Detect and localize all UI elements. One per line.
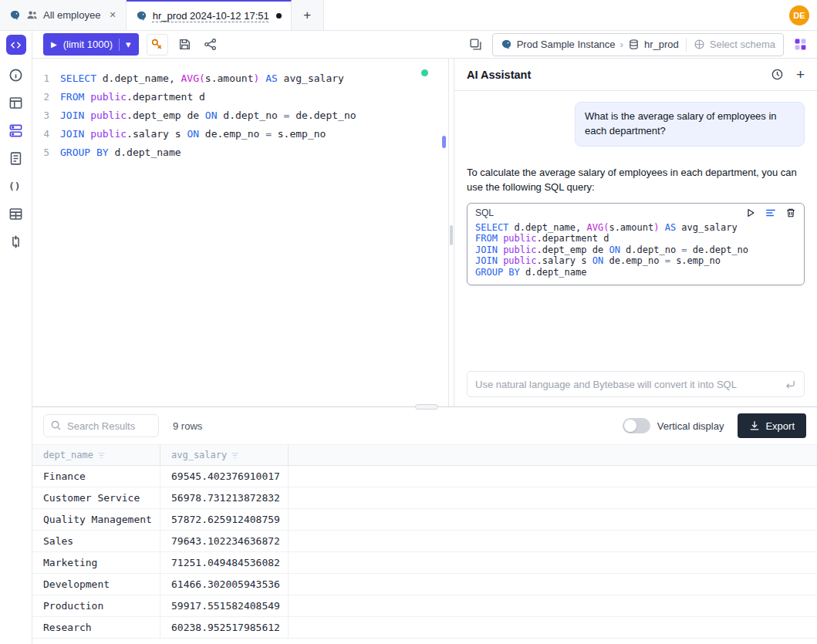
ai-assistant-title: AI Assistant <box>467 69 758 81</box>
table-cell[interactable]: 61466.302005943536 <box>160 574 289 595</box>
ai-code-line: FROM public.department d <box>475 233 796 244</box>
line-number: 2 <box>32 91 60 103</box>
table-row[interactable]: Research60238.952517985612 <box>32 617 817 639</box>
table-cell[interactable]: Production <box>32 595 160 616</box>
table-cell[interactable]: 79643.102234636872 <box>160 531 289 551</box>
editor-line[interactable]: 3JOIN public.dept_emp de ON d.dept_no = … <box>32 106 448 124</box>
ai-chat-area: What is the average salary of employees … <box>454 91 817 406</box>
code-language-label: SQL <box>475 207 745 218</box>
editor-line[interactable]: 1SELECT d.dept_name, AVG(s.amount) AS av… <box>32 69 448 87</box>
column-label: avg_salary <box>171 450 227 460</box>
table-cell-filler <box>289 487 817 508</box>
new-chat-icon[interactable]: + <box>796 67 805 82</box>
table-cell[interactable]: Quality Management <box>32 509 160 530</box>
chevron-down-icon[interactable]: ▾ <box>126 39 131 50</box>
table-cell[interactable]: Marketing <box>32 552 160 573</box>
close-icon[interactable]: ✕ <box>109 10 116 20</box>
table-cell-filler <box>289 531 817 551</box>
results-table: dept_name avg_salary Finance69545.402376… <box>32 444 817 639</box>
tab-bar: All employee ✕ hr_prod 2024-10-12 17:51 … <box>0 0 817 31</box>
tab-hr-prod[interactable]: hr_prod 2024-10-12 17:51 <box>127 0 292 30</box>
table-row[interactable]: Customer Service56978.731213872832 <box>32 487 817 509</box>
results-panel: 9 rows Vertical display Export dept_name <box>32 406 817 644</box>
table-row[interactable]: Quality Management57872.625912408759 <box>32 509 817 531</box>
data-table-icon[interactable] <box>8 207 23 221</box>
tab-all-employee[interactable]: All employee ✕ <box>0 0 127 30</box>
save-button[interactable] <box>176 35 194 53</box>
avatar[interactable]: DE <box>789 5 809 25</box>
table-cell[interactable]: 59917.551582408549 <box>160 595 289 616</box>
editor-scrollbar-thumb[interactable] <box>442 136 446 148</box>
bytebase-app: All employee ✕ hr_prod 2024-10-12 17:51 … <box>0 0 817 644</box>
table-cell[interactable]: 69545.402376910017 <box>160 466 289 487</box>
ai-code-line: SELECT d.dept_name, AVG(s.amount) AS avg… <box>475 222 796 234</box>
history-clock-icon[interactable] <box>771 68 784 81</box>
admin-key-button[interactable] <box>147 34 168 56</box>
postgres-icon <box>501 39 512 50</box>
table-row[interactable]: Marketing71251.049484536082 <box>32 552 817 574</box>
info-icon[interactable] <box>8 68 23 83</box>
table-row[interactable]: Sales79643.102234636872 <box>32 531 817 552</box>
table-cell[interactable]: Customer Service <box>32 487 160 508</box>
table-row[interactable]: Finance69545.402376910017 <box>32 466 817 487</box>
table-header-row: dept_name avg_salary <box>32 444 817 466</box>
parentheses-icon[interactable]: () <box>8 179 23 194</box>
table-body: Finance69545.402376910017Customer Servic… <box>32 466 817 639</box>
schema-diagram-button[interactable] <box>792 35 809 53</box>
column-header-avg-salary[interactable]: avg_salary <box>160 445 289 465</box>
row-count: 9 rows <box>173 420 202 432</box>
run-button[interactable]: ▶ (limit 1000) ▾ <box>43 33 139 56</box>
tab-label: hr_prod 2024-10-12 17:51 <box>153 10 269 22</box>
schema-editor-icon[interactable] <box>8 123 23 138</box>
new-tab-button[interactable]: + <box>292 0 324 30</box>
instance-name[interactable]: Prod Sample Instance <box>517 39 616 50</box>
table-row[interactable]: Production59917.551582408549 <box>32 595 817 617</box>
download-icon <box>749 420 760 431</box>
table-cell[interactable]: Sales <box>32 531 160 551</box>
vertical-display-label: Vertical display <box>657 420 724 432</box>
return-icon <box>785 379 796 390</box>
table-cell-filler <box>289 552 817 573</box>
line-number: 5 <box>32 147 60 158</box>
database-name[interactable]: hr_prod <box>644 39 679 50</box>
sidebar-item-sql-editor[interactable] <box>6 35 26 55</box>
ai-code-line: JOIN public.dept_emp de ON d.dept_no = d… <box>475 244 796 256</box>
table-cell[interactable]: Development <box>32 574 160 595</box>
editor-line[interactable]: 5GROUP BY d.dept_name <box>32 143 448 161</box>
editor-line[interactable]: 4JOIN public.salary s ON de.emp_no = s.e… <box>32 124 448 143</box>
splitter-handle-icon <box>450 225 453 245</box>
table-cell[interactable]: 56978.731213872832 <box>160 487 289 508</box>
postgres-icon <box>9 9 21 21</box>
table-cell[interactable]: 57872.625912408759 <box>160 509 289 530</box>
worksheet-icon[interactable] <box>8 151 23 166</box>
table-icon[interactable] <box>8 96 23 110</box>
code-icon <box>10 39 22 51</box>
unsaved-dot-icon <box>276 13 282 19</box>
ai-code-lines: SELECT d.dept_name, AVG(s.amount) AS avg… <box>468 220 804 285</box>
play-icon: ▶ <box>51 40 57 49</box>
table-row[interactable]: Development61466.302005943536 <box>32 574 817 595</box>
editor-line[interactable]: 2FROM public.department d <box>32 87 448 106</box>
vertical-display-toggle[interactable] <box>623 418 650 433</box>
compare-icon[interactable] <box>8 234 23 249</box>
table-cell[interactable]: 60238.952517985612 <box>160 617 289 638</box>
line-number: 1 <box>32 72 60 84</box>
vertical-splitter[interactable] <box>448 59 454 406</box>
middle-split: 1SELECT d.dept_name, AVG(s.amount) AS av… <box>32 59 817 406</box>
table-cell[interactable]: 71251.049484536082 <box>160 552 289 573</box>
panels-button[interactable] <box>467 35 484 53</box>
column-header-dept-name[interactable]: dept_name <box>32 445 160 465</box>
share-button[interactable] <box>201 35 219 53</box>
export-button[interactable]: Export <box>738 413 806 438</box>
table-cell[interactable]: Finance <box>32 466 160 487</box>
connection-status-dot-icon <box>421 69 428 76</box>
table-cell[interactable]: Research <box>32 617 160 638</box>
schema-select[interactable]: Select schema <box>710 39 775 50</box>
run-code-icon[interactable] <box>745 207 756 218</box>
horizontal-splitter-handle[interactable] <box>415 404 438 410</box>
ai-prompt-input[interactable] <box>475 379 778 390</box>
delete-code-icon[interactable] <box>785 207 796 218</box>
format-code-icon[interactable] <box>765 207 776 218</box>
ai-code-line: GROUP BY d.dept_name <box>475 267 796 278</box>
sql-editor[interactable]: 1SELECT d.dept_name, AVG(s.amount) AS av… <box>32 59 448 406</box>
